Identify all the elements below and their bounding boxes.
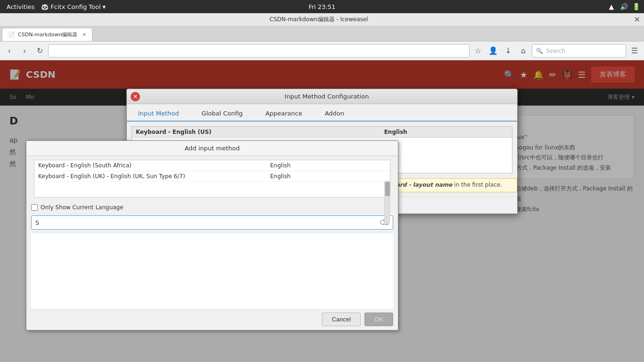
tab-appearance[interactable]: Appearance (254, 106, 314, 122)
topbar-left: Activities 🐼 Fcitx Config Tool ▾ (4, 2, 106, 11)
forward-button[interactable]: › (18, 44, 31, 58)
only-current-language-checkbox[interactable] (31, 204, 38, 211)
back-button[interactable]: ‹ (3, 44, 16, 58)
home-icon[interactable]: ⌂ (517, 44, 530, 58)
dialog-overlay: ✕ Input Method Configuration Input Metho… (0, 60, 644, 362)
search-input-row: S ⌫ (26, 214, 398, 233)
search-input-value: S (35, 219, 39, 226)
tab-global-config[interactable]: Global Config (190, 106, 254, 122)
volume-icon[interactable]: 🔊 (619, 2, 628, 11)
tab-label: CSDN-markdown编辑器 (18, 31, 77, 38)
browser-close-button[interactable]: ✕ (634, 15, 640, 24)
browser-tab-active[interactable]: 📄 CSDN-markdown编辑器 ✕ (2, 28, 92, 41)
download-icon[interactable]: ↓ (502, 44, 515, 58)
tab-close-icon[interactable]: ✕ (82, 32, 86, 37)
reload-button[interactable]: ↻ (33, 44, 46, 58)
browser-titlebar: CSDN-markdown编辑器 - Iceweasel ✕ (0, 13, 644, 26)
address-bar[interactable] (48, 44, 470, 58)
scrollbar-thumb[interactable] (385, 182, 390, 196)
browser-toolbar: ‹ › ↻ ☆ 👤 ↓ ⌂ 🔍 Search ☰ (0, 41, 644, 60)
system-topbar: Activities 🐼 Fcitx Config Tool ▾ Fri 23:… (0, 0, 644, 13)
activities-button[interactable]: Activities (4, 2, 37, 11)
sub-list-name-1: Keyboard - English (UK) - English (UK, S… (38, 173, 270, 180)
checkbox-label: Only Show Current Language (41, 204, 124, 211)
ok-button[interactable]: OK (364, 313, 393, 326)
sub-dialog-empty-area (31, 233, 393, 309)
cancel-button[interactable]: Cancel (322, 313, 361, 326)
dialog-tabs: Input Method Global Config Appearance Ad… (127, 104, 517, 122)
app-menu-arrow: ▾ (103, 3, 106, 10)
topbar-clock: Fri 23:51 (308, 3, 335, 10)
search-bar[interactable]: 🔍 Search (532, 44, 626, 58)
sub-dialog-buttons: Cancel OK (26, 309, 398, 330)
browser-window: CSDN-markdown编辑器 - Iceweasel ✕ 📄 CSDN-ma… (0, 13, 644, 362)
add-input-method-dialog: Add input method Keyboard - English (Sou… (26, 140, 398, 330)
user-icon[interactable]: 👤 (487, 44, 500, 58)
dialog-close-button[interactable]: ✕ (131, 92, 140, 101)
bookmark-star-icon[interactable]: ☆ (471, 44, 485, 58)
dialog-title-label: Input Method Configuration (140, 93, 513, 100)
im-col-lang: English (384, 129, 508, 135)
app-menu[interactable]: 🐼 Fcitx Config Tool ▾ (41, 3, 106, 10)
browser-title: CSDN-markdown编辑器 - Iceweasel (4, 16, 634, 24)
sub-list-name-0: Keyboard - English (South Africa) (38, 162, 270, 169)
sub-dialog-scrollbar[interactable] (384, 181, 390, 223)
wifi-icon[interactable]: ▲ (607, 2, 616, 11)
fcitx-icon: 🐼 (41, 3, 49, 10)
menu-icon[interactable]: ☰ (628, 44, 641, 58)
sub-dialog-im-list[interactable]: Keyboard - English (South Africa) Englis… (34, 160, 390, 197)
search-icon: 🔍 (536, 48, 543, 54)
topbar-right: ▲ 🔊 🔋 (607, 2, 640, 11)
dialog-titlebar: ✕ Input Method Configuration (127, 89, 517, 104)
sub-dialog-title: Add input method (26, 141, 398, 156)
app-name-label: Fcitx Config Tool (50, 3, 100, 10)
tab-input-method[interactable]: Input Method (127, 106, 190, 122)
search-input-box[interactable]: S ⌫ (31, 215, 393, 230)
browser-tabs-bar: 📄 CSDN-markdown编辑器 ✕ (0, 26, 644, 41)
search-placeholder: Search (546, 48, 565, 54)
im-col-name: Keyboard - English (US) (136, 129, 384, 135)
im-list-header: Keyboard - English (US) English (132, 127, 512, 138)
tab-addon[interactable]: Addon (314, 106, 355, 122)
battery-icon[interactable]: 🔋 (632, 2, 640, 11)
input-method-config-dialog: ✕ Input Method Configuration Input Metho… (126, 89, 518, 214)
checkbox-row: Only Show Current Language (26, 201, 398, 214)
tab-favicon: 📄 (8, 32, 15, 38)
toolbar-icons: ☆ 👤 ↓ ⌂ (471, 44, 530, 58)
page-content: 📝 CSDN 🔍 ★ 🔔 ✏ 👹 ☰ 发表博客 So Mo 博客管 (0, 60, 644, 362)
sub-list-item-0[interactable]: Keyboard - English (South Africa) Englis… (34, 160, 390, 171)
sub-list-lang-0: English (270, 162, 386, 169)
sub-list-lang-1: English (270, 173, 386, 180)
sub-list-item-1[interactable]: Keyboard - English (UK) - English (UK, S… (34, 171, 390, 182)
